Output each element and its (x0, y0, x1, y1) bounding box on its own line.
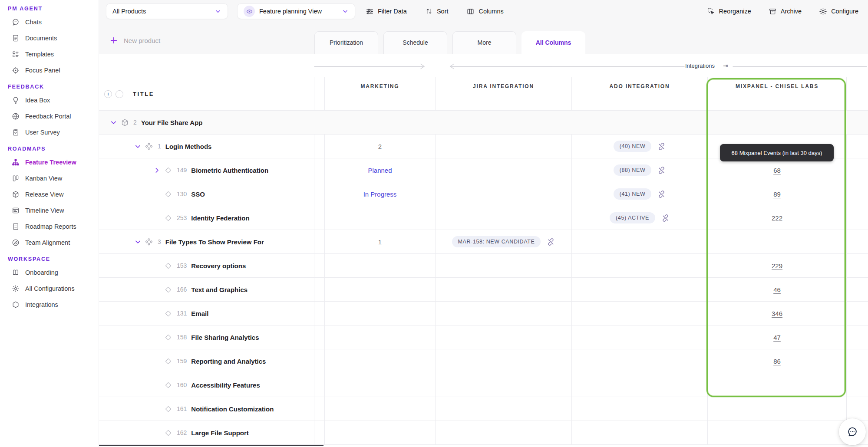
column-header-ado[interactable]: ADO INTEGRATION (572, 77, 708, 111)
feature-title[interactable]: Accessibility Features (191, 381, 260, 389)
jira-cell[interactable] (436, 397, 572, 421)
ado-status-badge[interactable]: (45) ACTIVE (610, 212, 655, 224)
table-row[interactable]: 158File Sharing Analytics47 (99, 325, 868, 349)
mixpanel-events-link[interactable]: 68 (773, 167, 781, 174)
jira-status-badge[interactable]: MAR-158: NEW CANDIDATE (452, 236, 541, 247)
mixpanel-cell[interactable]: 89 (708, 182, 847, 206)
ado-cell[interactable] (572, 325, 708, 349)
columns-button[interactable]: Columns (466, 7, 503, 16)
jira-cell[interactable] (436, 421, 572, 445)
marketing-value[interactable]: In Progress (363, 191, 397, 198)
archive-button[interactable]: Archive (769, 7, 802, 16)
mixpanel-events-link[interactable]: 86 (773, 358, 781, 365)
mixpanel-events-link[interactable]: 229 (772, 262, 782, 270)
feature-title[interactable]: Notification Customization (191, 405, 274, 413)
marketing-cell[interactable] (325, 278, 436, 302)
feature-title[interactable]: Email (191, 310, 208, 317)
table-row[interactable]: 131Email346 (99, 302, 868, 325)
table-row[interactable]: 153Recovery options229 (99, 254, 868, 278)
ado-cell[interactable] (572, 254, 708, 278)
ado-cell[interactable]: (40) NEW (572, 135, 708, 158)
sidebar-item-release-view[interactable]: Release View (0, 186, 99, 202)
feature-title[interactable]: Text and Graphics (191, 286, 248, 293)
sort-button[interactable]: Sort (425, 7, 449, 15)
view-selector-dropdown[interactable]: Feature planning View (237, 3, 355, 19)
feature-title-cell[interactable]: 162Large File Support (99, 421, 314, 445)
jira-cell[interactable]: MAR-158: NEW CANDIDATE (436, 230, 572, 254)
chevron-down-icon[interactable] (132, 143, 143, 150)
jira-cell[interactable] (436, 158, 572, 182)
chevron-down-icon[interactable] (132, 238, 143, 246)
jira-cell[interactable] (436, 373, 572, 397)
reorganize-button[interactable]: Reorganize (707, 7, 751, 16)
mixpanel-cell[interactable]: 46 (708, 278, 847, 302)
feature-title-cell[interactable]: 253Identity Federation (99, 206, 314, 230)
mixpanel-events-link[interactable]: 346 (772, 310, 782, 317)
configure-button[interactable]: Configure (819, 7, 858, 16)
ado-status-badge[interactable]: (88) NEW (614, 164, 652, 176)
marketing-cell[interactable] (325, 373, 436, 397)
unlink-icon[interactable] (547, 238, 555, 246)
sidebar-item-templates[interactable]: Templates (0, 46, 99, 62)
ado-status-badge[interactable]: (40) NEW (614, 141, 652, 152)
ado-cell[interactable]: (45) ACTIVE (572, 206, 708, 230)
feature-title-cell[interactable]: 1Login Methods (99, 135, 314, 158)
mixpanel-events-link[interactable]: 89 (773, 191, 781, 198)
ado-cell[interactable] (572, 373, 708, 397)
marketing-cell[interactable] (325, 254, 436, 278)
marketing-value[interactable]: 2 (378, 143, 382, 150)
filter-data-button[interactable]: Filter Data (366, 7, 407, 16)
ado-cell[interactable] (572, 397, 708, 421)
mixpanel-cell[interactable]: 229 (708, 254, 847, 278)
jira-cell[interactable] (436, 135, 572, 158)
sidebar-item-feedback-portal[interactable]: Feedback Portal (0, 108, 99, 124)
feature-title[interactable]: Login Methods (165, 143, 212, 150)
marketing-cell[interactable] (325, 397, 436, 421)
table-row[interactable]: 159Reporting and Analytics86 (99, 349, 868, 373)
sidebar-item-user-survey[interactable]: User Survey (0, 124, 99, 140)
ado-cell[interactable] (572, 278, 708, 302)
sidebar-item-roadmap-reports[interactable]: Roadmap Reports (0, 218, 99, 234)
unlink-icon[interactable] (657, 166, 666, 174)
ado-cell[interactable] (572, 230, 708, 254)
feature-title[interactable]: Your File Share App (141, 119, 203, 126)
chevron-right-icon[interactable] (151, 167, 162, 174)
table-row[interactable]: 161Notification Customization (99, 397, 868, 421)
mixpanel-cell[interactable]: 47 (708, 325, 847, 349)
table-row[interactable]: 160Accessibility Features (99, 373, 868, 397)
mixpanel-events-link[interactable]: 47 (773, 334, 781, 341)
sidebar-item-kanban-view[interactable]: Kanban View (0, 170, 99, 186)
feature-title-cell[interactable]: 149Biometric Authentication (99, 158, 314, 182)
mixpanel-cell[interactable]: 346 (708, 302, 847, 325)
sidebar-item-focus-panel[interactable]: Focus Panel (0, 62, 99, 78)
column-header-jira[interactable]: JIRA INTEGRATION (436, 77, 572, 111)
chevron-down-icon[interactable] (108, 119, 119, 126)
unlink-icon[interactable] (657, 142, 666, 151)
marketing-cell[interactable] (325, 349, 436, 373)
feature-title[interactable]: Identity Federation (191, 214, 249, 222)
feature-title-cell[interactable]: 153Recovery options (99, 254, 314, 278)
feature-title-cell[interactable]: 159Reporting and Analytics (99, 349, 314, 373)
tab-prioritization[interactable]: Prioritization (314, 31, 378, 54)
feature-title-cell[interactable]: 166Text and Graphics (99, 278, 314, 302)
marketing-cell[interactable] (325, 325, 436, 349)
ado-cell[interactable]: (41) NEW (572, 182, 708, 206)
marketing-value[interactable]: Planned (368, 167, 392, 174)
chat-fab-button[interactable] (839, 418, 866, 445)
unlink-icon[interactable] (661, 214, 670, 222)
tab-more[interactable]: More (452, 31, 516, 54)
ado-cell[interactable]: (88) NEW (572, 158, 708, 182)
feature-title-cell[interactable]: 3File Types To Show Preview For (99, 230, 314, 254)
feature-title[interactable]: Recovery options (191, 262, 246, 270)
feature-title-cell[interactable]: 160Accessibility Features (99, 373, 314, 397)
marketing-value[interactable]: 1 (378, 238, 382, 246)
mixpanel-cell[interactable] (708, 373, 847, 397)
jira-cell[interactable] (436, 182, 572, 206)
feature-title-cell[interactable]: 2Your File Share App (99, 111, 314, 135)
sidebar-item-onboarding[interactable]: Onboarding (0, 264, 99, 280)
tab-schedule[interactable]: Schedule (383, 31, 447, 54)
feature-title-cell[interactable]: 130SSO (99, 182, 314, 206)
sidebar-item-idea-box[interactable]: Idea Box (0, 92, 99, 108)
feature-title-cell[interactable]: 158File Sharing Analytics (99, 325, 314, 349)
mixpanel-cell[interactable] (708, 397, 847, 421)
